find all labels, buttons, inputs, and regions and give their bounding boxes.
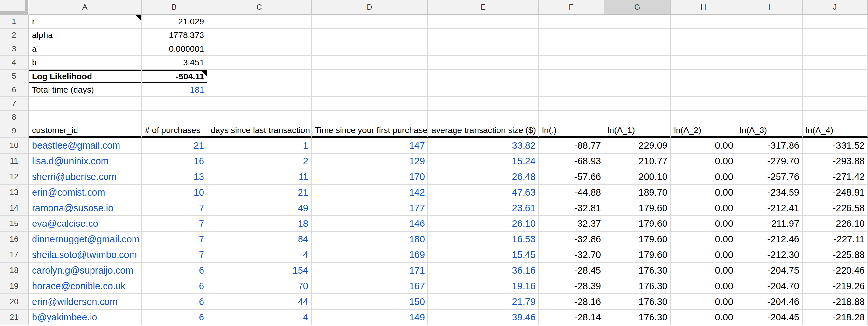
cell-E17[interactable]: 15.45	[428, 247, 539, 263]
cell-E5[interactable]	[428, 70, 539, 83]
cell-I13[interactable]: -234.59	[737, 185, 803, 200]
cell-F3[interactable]	[539, 42, 604, 56]
cell-I12[interactable]: -257.76	[737, 169, 803, 185]
row-header-4[interactable]: 4	[0, 56, 29, 70]
cell-E3[interactable]	[428, 42, 539, 56]
cell-F8[interactable]	[539, 110, 604, 124]
cell-D20[interactable]: 150	[312, 294, 428, 310]
cell-G19[interactable]: 176.30	[604, 279, 671, 294]
cell-F18[interactable]: -28.45	[539, 263, 604, 279]
cell-C9[interactable]: days since last transaction	[207, 124, 312, 138]
cell-C18[interactable]: 154	[207, 263, 312, 279]
cell-F6[interactable]	[539, 83, 604, 97]
cell-A9[interactable]: customer_id	[29, 124, 142, 138]
row-header-12[interactable]: 12	[0, 169, 29, 185]
cell-A11[interactable]: lisa.d@uninix.com	[29, 154, 142, 169]
cell-A14[interactable]: ramona@susose.io	[29, 200, 142, 216]
cell-A21[interactable]: b@yakimbee.io	[29, 310, 142, 325]
cell-A17[interactable]: sheila.soto@twimbo.com	[29, 247, 142, 263]
cell-G9[interactable]: ln(A_1)	[604, 124, 671, 138]
cell-B5[interactable]: -504.11	[142, 70, 207, 83]
column-header-H[interactable]: H	[671, 0, 737, 15]
cell-D21[interactable]: 149	[312, 310, 428, 325]
cell-F14[interactable]: -32.81	[539, 200, 604, 216]
cell-I10[interactable]: -317.86	[737, 138, 803, 154]
cell-J19[interactable]: -219.26	[803, 279, 868, 294]
cell-I3[interactable]	[737, 42, 803, 56]
cell-H4[interactable]	[671, 56, 737, 70]
cell-I16[interactable]: -212.46	[737, 232, 803, 247]
row-header-13[interactable]: 13	[0, 185, 29, 200]
cell-G21[interactable]: 176.30	[604, 310, 671, 325]
cell-J5[interactable]	[803, 70, 868, 83]
cell-C20[interactable]: 44	[207, 294, 312, 310]
cell-E9[interactable]: average transaction size ($)	[428, 124, 539, 138]
cell-G8[interactable]	[604, 110, 671, 124]
cell-D16[interactable]: 180	[312, 232, 428, 247]
cell-C6[interactable]	[207, 83, 312, 97]
cell-H1[interactable]	[671, 15, 737, 29]
cell-H21[interactable]: 0.00	[671, 310, 737, 325]
row-header-7[interactable]: 7	[0, 97, 29, 110]
cell-C11[interactable]: 2	[207, 154, 312, 169]
cell-H3[interactable]	[671, 42, 737, 56]
cell-J15[interactable]: -226.10	[803, 216, 868, 232]
cell-H16[interactable]: 0.00	[671, 232, 737, 247]
cell-D3[interactable]	[312, 42, 428, 56]
column-header-J[interactable]: J	[803, 0, 868, 15]
cell-C10[interactable]: 1	[207, 138, 312, 154]
cell-E20[interactable]: 21.79	[428, 294, 539, 310]
row-header-8[interactable]: 8	[0, 110, 29, 124]
cell-J6[interactable]	[803, 83, 868, 97]
cell-I11[interactable]: -279.70	[737, 154, 803, 169]
column-header-E[interactable]: E	[428, 0, 539, 15]
cell-H20[interactable]: 0.00	[671, 294, 737, 310]
cell-D10[interactable]: 147	[312, 138, 428, 154]
cell-I21[interactable]: -204.45	[737, 310, 803, 325]
cell-J16[interactable]: -227.11	[803, 232, 868, 247]
cell-H5[interactable]	[671, 70, 737, 83]
cell-B17[interactable]: 7	[142, 247, 207, 263]
row-header-5[interactable]: 5	[0, 70, 29, 83]
cell-B21[interactable]: 6	[142, 310, 207, 325]
row-header-20[interactable]: 20	[0, 294, 29, 310]
row-header-11[interactable]: 11	[0, 154, 29, 169]
cell-B11[interactable]: 16	[142, 154, 207, 169]
cell-C17[interactable]: 4	[207, 247, 312, 263]
cell-J8[interactable]	[803, 110, 868, 124]
cell-C14[interactable]: 49	[207, 200, 312, 216]
cell-D17[interactable]: 169	[312, 247, 428, 263]
cell-C3[interactable]	[207, 42, 312, 56]
cell-F15[interactable]: -32.37	[539, 216, 604, 232]
row-header-14[interactable]: 14	[0, 200, 29, 216]
row-header-9[interactable]: 9	[0, 124, 29, 138]
cell-H6[interactable]	[671, 83, 737, 97]
cell-H9[interactable]: ln(A_2)	[671, 124, 737, 138]
row-header-1[interactable]: 1	[0, 15, 29, 29]
cell-B14[interactable]: 7	[142, 200, 207, 216]
cell-H14[interactable]: 0.00	[671, 200, 737, 216]
cell-B12[interactable]: 13	[142, 169, 207, 185]
cell-F13[interactable]: -44.88	[539, 185, 604, 200]
cell-F21[interactable]: -28.14	[539, 310, 604, 325]
column-header-B[interactable]: B	[142, 0, 207, 15]
cell-I8[interactable]	[737, 110, 803, 124]
cell-B4[interactable]: 3.451	[142, 56, 207, 70]
cell-I5[interactable]	[737, 70, 803, 83]
cell-B7[interactable]	[142, 97, 207, 110]
cell-E13[interactable]: 47.63	[428, 185, 539, 200]
cell-E2[interactable]	[428, 29, 539, 42]
cell-D14[interactable]: 177	[312, 200, 428, 216]
cell-B18[interactable]: 6	[142, 263, 207, 279]
cell-J9[interactable]: ln(A_4)	[803, 124, 868, 138]
cell-A1[interactable]: r	[29, 15, 142, 29]
cell-E21[interactable]: 39.46	[428, 310, 539, 325]
cell-G3[interactable]	[604, 42, 671, 56]
cell-J10[interactable]: -331.52	[803, 138, 868, 154]
cell-A18[interactable]: carolyn.g@supraijo.com	[29, 263, 142, 279]
cell-J11[interactable]: -293.88	[803, 154, 868, 169]
select-all-corner[interactable]	[0, 0, 29, 15]
cell-G5[interactable]	[604, 70, 671, 83]
cell-J14[interactable]: -226.58	[803, 200, 868, 216]
cell-H18[interactable]: 0.00	[671, 263, 737, 279]
